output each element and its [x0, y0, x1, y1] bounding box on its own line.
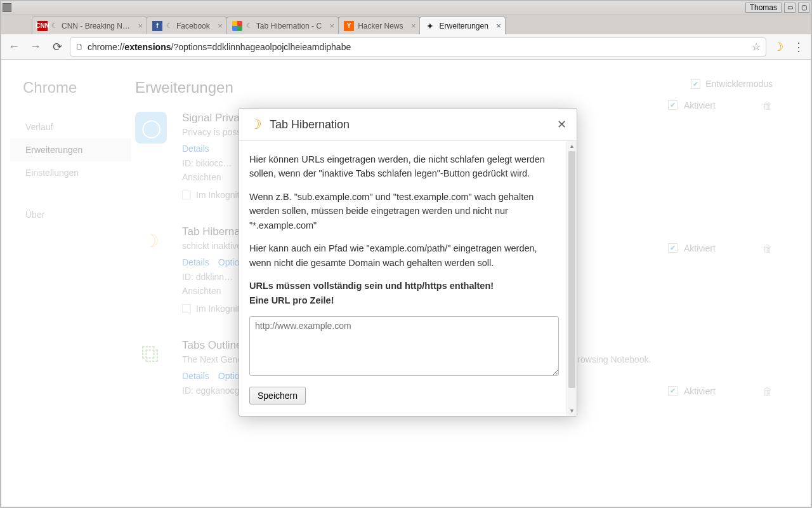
- modal-title: Tab Hibernation: [270, 118, 557, 131]
- url-text: chrome://extensions/?options=ddklinnhage…: [88, 42, 748, 52]
- save-button[interactable]: Speichern: [249, 387, 306, 404]
- os-titlebar: Thomas ▭ ▢: [0, 0, 812, 15]
- extensions-favicon-icon: ✦: [425, 21, 435, 31]
- close-icon[interactable]: ✕: [557, 117, 566, 131]
- tab-label: CNN - Breaking N…: [62, 22, 130, 30]
- sleep-icon: ☾: [166, 22, 173, 30]
- modal-paragraph: Wenn z.B. "sub.example.com" und "test.ex…: [249, 190, 559, 232]
- modal-paragraph: Hier können URLs eingetragen werden, die…: [249, 152, 559, 181]
- modal-body: Hier können URLs eingetragen werden, die…: [239, 141, 577, 416]
- modal-paragraph: Hier kann auch ein Pfad wie "example.com…: [249, 241, 559, 270]
- close-icon[interactable]: ×: [496, 21, 501, 30]
- modal-note: URLs müssen vollständig sein und http/ht…: [249, 279, 559, 307]
- tab-hackernews[interactable]: Y Hacker News ×: [338, 17, 420, 34]
- tab-cnn[interactable]: CNN ☾ CNN - Breaking N… ×: [32, 17, 147, 34]
- chrome-menu-button[interactable]: ⋮: [790, 38, 807, 56]
- close-icon[interactable]: ×: [218, 21, 223, 30]
- tab-label: Erweiterungen: [439, 22, 488, 30]
- tab-facebook[interactable]: f ☾ Facebook ×: [147, 17, 227, 34]
- bookmark-star-icon[interactable]: ☆: [752, 41, 761, 53]
- facebook-favicon-icon: f: [152, 21, 162, 31]
- close-icon[interactable]: ×: [138, 21, 143, 30]
- close-icon[interactable]: ×: [330, 21, 335, 30]
- page-icon: 🗋: [75, 42, 84, 51]
- tab-label: Tab Hibernation - C: [256, 22, 322, 30]
- cnn-favicon-icon: CNN: [37, 21, 48, 31]
- minimize-button[interactable]: ▭: [784, 3, 796, 13]
- tab-label: Facebook: [176, 22, 210, 30]
- moon-icon: ☽: [249, 116, 262, 133]
- tab-hibernation-extension-icon[interactable]: ☽: [770, 39, 787, 55]
- close-icon[interactable]: ×: [411, 21, 416, 30]
- tab-strip: CNN ☾ CNN - Breaking N… × f ☾ Facebook ×…: [0, 15, 812, 34]
- hackernews-favicon-icon: Y: [344, 21, 354, 31]
- chrome-store-favicon-icon: [232, 21, 242, 31]
- scroll-down-icon[interactable]: ▼: [567, 406, 577, 416]
- scroll-thumb[interactable]: [568, 151, 575, 388]
- toolbar: ← → ⟳ 🗋 chrome://extensions/?options=ddk…: [0, 34, 812, 60]
- modal-header: ☽ Tab Hibernation ✕: [239, 109, 577, 141]
- forward-button[interactable]: →: [27, 38, 44, 56]
- scroll-up-icon[interactable]: ▲: [567, 141, 577, 151]
- url-whitelist-textarea[interactable]: [249, 316, 559, 376]
- address-bar[interactable]: 🗋 chrome://extensions/?options=ddklinnha…: [70, 37, 766, 57]
- tab-hibernation-store[interactable]: ☾ Tab Hibernation - C ×: [226, 17, 339, 34]
- app-icon: [3, 3, 11, 12]
- os-user-label[interactable]: Thomas: [745, 3, 782, 13]
- sleep-icon: ☾: [246, 22, 252, 30]
- tab-extensions[interactable]: ✦ Erweiterungen ×: [419, 17, 505, 34]
- options-modal: ☽ Tab Hibernation ✕ Hier können URLs ein…: [239, 108, 577, 417]
- reload-button[interactable]: ⟳: [48, 38, 66, 56]
- maximize-button[interactable]: ▢: [798, 3, 809, 13]
- sleep-icon: ☾: [51, 22, 58, 30]
- tab-label: Hacker News: [358, 22, 403, 30]
- back-button[interactable]: ←: [5, 38, 23, 56]
- modal-scrollbar[interactable]: ▲ ▼: [566, 141, 577, 416]
